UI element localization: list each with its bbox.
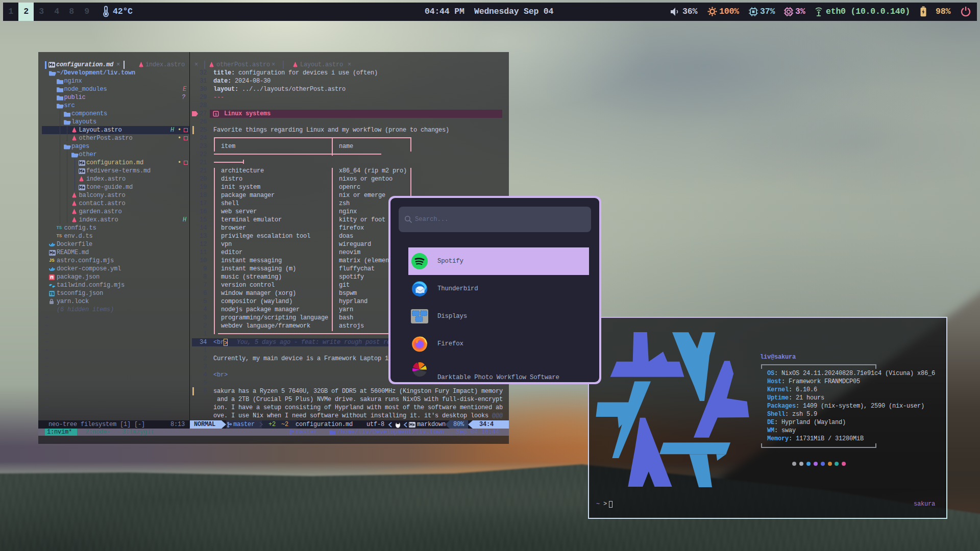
svg-text:1: 1 — [215, 112, 217, 116]
svg-text:TS: TS — [50, 292, 54, 295]
